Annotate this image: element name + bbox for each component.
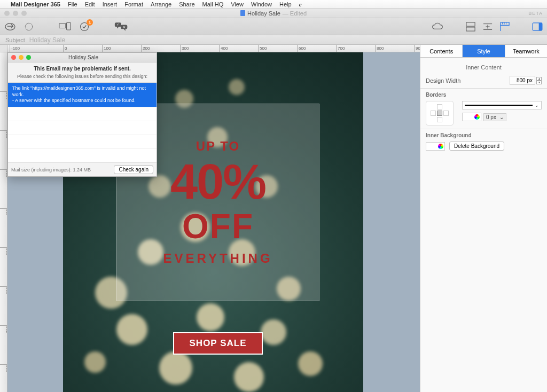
design-width-input[interactable] (510, 76, 535, 85)
menu-insert[interactable]: Insert (103, 1, 118, 7)
inner-content-title: Inner Content (426, 64, 542, 70)
tab-style[interactable]: Style (463, 45, 505, 57)
shop-sale-button[interactable]: SHOP SALE (173, 332, 263, 355)
issue-row[interactable]: The link "https://maildesignerr365.com" … (8, 83, 157, 107)
ruler-icon[interactable] (500, 22, 510, 32)
border-edge-selector[interactable] (426, 101, 454, 126)
menu-share[interactable]: Share (179, 1, 194, 7)
inner-background-swatch[interactable] (426, 142, 445, 151)
canvas-area: -100 0 100 200 300 400 500 600 700 800 9… (0, 45, 420, 392)
promo-percent: 40% (170, 157, 265, 206)
dialog-warning: This Email may be problematic if sent. (12, 66, 152, 72)
svg-rect-9 (466, 22, 475, 26)
svg-point-0 (5, 23, 15, 30)
cloud-icon[interactable] (432, 22, 443, 31)
delete-background-button[interactable]: Delete Background (449, 142, 504, 151)
mac-menubar: Mail Designer 365 File Edit Insert Forma… (0, 0, 547, 9)
svg-rect-20 (539, 22, 542, 30)
promo-off: OFF (182, 209, 254, 244)
app-name[interactable]: Mail Designer 365 (11, 1, 60, 7)
dialog-traffic-lights[interactable] (11, 55, 31, 60)
borders-header: Borders (426, 92, 542, 98)
traffic-lights[interactable] (4, 11, 27, 16)
inner-background-header: Inner Background (426, 132, 542, 138)
edited-indicator: — Edited (283, 10, 307, 17)
border-style-select[interactable]: ⌄ (462, 101, 542, 109)
window-titlebar: Holiday Sale — Edited BETA (0, 9, 547, 18)
issue-list[interactable]: The link "https://maildesignerr365.com" … (8, 82, 157, 163)
promo-everything: EVERYTHING (163, 251, 272, 266)
svg-rect-2 (59, 23, 66, 28)
send-icon[interactable] (4, 22, 16, 32)
ruler-vertical[interactable]: 100 200 300 400 500 600 700 800 (0, 52, 7, 392)
comment-icons[interactable]: ✓✕ (114, 22, 128, 32)
tab-teamwork[interactable]: Teamwork (505, 45, 547, 57)
insert-block-icon[interactable] (483, 22, 493, 32)
beta-label: BETA (528, 11, 543, 16)
document-icon (240, 10, 245, 16)
toolbar: 1 ✓✕ (0, 18, 547, 35)
svg-rect-3 (67, 22, 71, 30)
equinux-icon[interactable]: e (299, 1, 302, 7)
promo-upto: UP TO (196, 139, 240, 154)
devices-icon[interactable] (59, 22, 72, 32)
subject-label: Subject (5, 37, 25, 43)
problem-dialog: Holiday Sale This Email may be problemat… (7, 52, 157, 177)
svg-rect-10 (466, 27, 475, 30)
border-color-swatch[interactable] (462, 113, 481, 121)
subject-row: Subject Holiday Sale (0, 35, 547, 45)
menu-file[interactable]: File (68, 1, 77, 7)
dialog-title: Holiday Sale (68, 54, 98, 60)
inspector-sidebar: Contents Style Teamwork Inner Content De… (420, 45, 547, 392)
menu-window[interactable]: Window (251, 1, 272, 7)
menu-mailhq[interactable]: Mail HQ (202, 1, 224, 7)
menu-view[interactable]: View (231, 1, 244, 7)
subject-value[interactable]: Holiday Sale (29, 36, 65, 44)
dialog-subtext: Please check the following issues before… (12, 74, 152, 79)
design-width-stepper[interactable]: ▴▾ (536, 77, 542, 84)
menu-edit[interactable]: Edit (85, 1, 95, 7)
sidebar-tabs: Contents Style Teamwork (420, 45, 547, 58)
document-title: Holiday Sale (247, 10, 280, 17)
check-again-button[interactable]: Check again (114, 165, 153, 174)
design-width-label: Design Width (426, 77, 460, 84)
svg-text:✕: ✕ (123, 25, 126, 28)
inspector-toggle-icon[interactable] (532, 22, 543, 31)
svg-point-1 (25, 23, 32, 30)
seal-icon[interactable] (24, 21, 34, 32)
menu-help[interactable]: Help (279, 1, 292, 7)
ruler-horizontal[interactable]: -100 0 100 200 300 400 500 600 700 800 9… (7, 45, 420, 52)
svg-text:✓: ✓ (116, 23, 119, 26)
tab-contents[interactable]: Contents (420, 45, 463, 57)
menu-arrange[interactable]: Arrange (151, 1, 171, 7)
menu-format[interactable]: Format (124, 1, 143, 7)
check-icon[interactable]: 1 (79, 21, 90, 32)
mail-size-label: Mail size (including images): 1.24 MB (11, 167, 91, 173)
ruler-corner (0, 45, 7, 52)
dialog-titlebar: Holiday Sale (8, 53, 157, 62)
layout-split-icon[interactable] (466, 22, 475, 32)
border-width-value[interactable]: 0 px⌄ (483, 113, 506, 121)
warning-badge: 1 (87, 19, 93, 26)
